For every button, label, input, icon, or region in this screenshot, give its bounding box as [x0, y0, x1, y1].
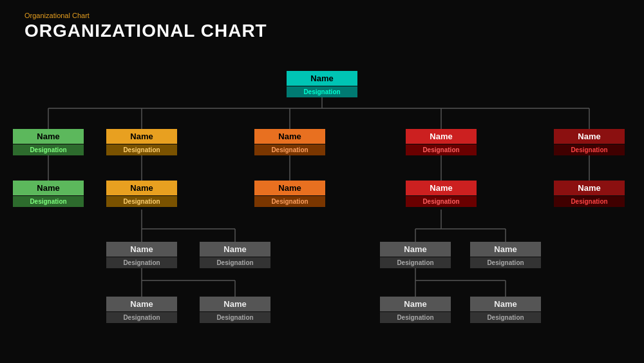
node-l2-4: Name Designation	[406, 181, 477, 207]
connectors-svg	[0, 64, 644, 363]
node-l2-2: Name Designation	[106, 181, 177, 207]
node-l1-5: Name Designation	[554, 129, 625, 155]
node-l3-2: Name Designation	[200, 242, 270, 268]
node-l4-3: Name Designation	[380, 297, 451, 323]
node-l3-1: Name Designation	[106, 242, 177, 268]
node-root: Name Designation	[287, 71, 357, 97]
node-l3-4: Name Designation	[470, 242, 541, 268]
header: Organizational Chart ORGANIZATIONAL CHAR…	[24, 12, 267, 41]
node-l4-1: Name Designation	[106, 297, 177, 323]
node-l1-4: Name Designation	[406, 129, 477, 155]
chart-container: Name Designation Name Designation Name D…	[0, 64, 644, 363]
node-l2-5: Name Designation	[554, 181, 625, 207]
node-l1-1: Name Designation	[13, 129, 84, 155]
node-root-designation: Designation	[287, 86, 357, 97]
node-l2-3: Name Designation	[254, 181, 325, 207]
node-l2-1: Name Designation	[13, 181, 84, 207]
node-root-name: Name	[287, 71, 357, 86]
header-subtitle: Organizational Chart	[24, 12, 267, 19]
node-l1-3: Name Designation	[254, 129, 325, 155]
node-l4-4: Name Designation	[470, 297, 541, 323]
node-l1-2: Name Designation	[106, 129, 177, 155]
node-l4-2: Name Designation	[200, 297, 270, 323]
node-l3-3: Name Designation	[380, 242, 451, 268]
header-title: ORGANIZATIONAL CHART	[24, 21, 267, 41]
